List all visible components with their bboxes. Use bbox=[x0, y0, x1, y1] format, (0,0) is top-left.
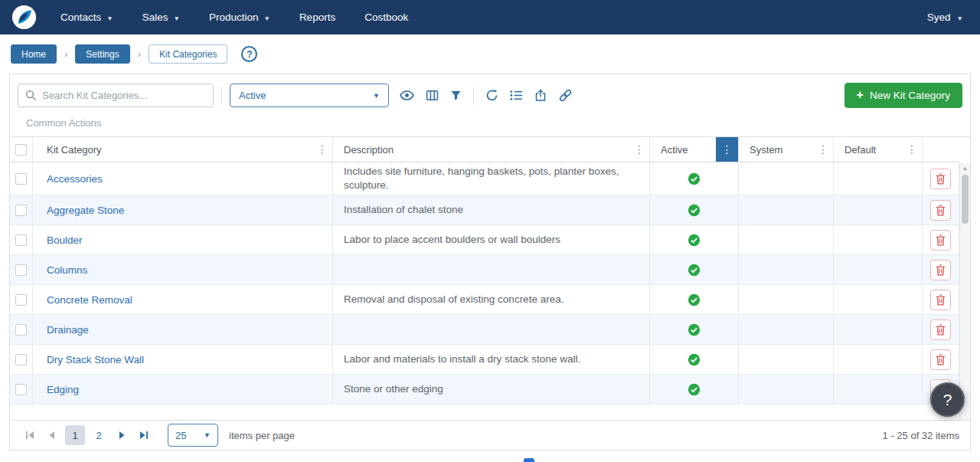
page-2-button[interactable]: 2 bbox=[89, 425, 109, 445]
new-kit-category-label: New Kit Category bbox=[870, 90, 950, 101]
pagination-bar: 1 2 25 ▼ items per page 1 - 25 of 32 ite… bbox=[10, 420, 970, 450]
search-input[interactable] bbox=[42, 90, 206, 101]
nav-item-label: Production bbox=[209, 11, 259, 23]
delete-button[interactable] bbox=[930, 290, 951, 310]
cell-actions bbox=[923, 162, 959, 195]
cell-system bbox=[739, 345, 834, 374]
cell-description: Removal and disposal of existing concret… bbox=[333, 285, 650, 314]
top-navigation: Contacts ▼ Sales ▼ Production ▼ Reports … bbox=[0, 0, 980, 34]
scrollbar-thumb[interactable] bbox=[962, 175, 969, 224]
breadcrumb-settings-button[interactable]: Settings bbox=[75, 44, 129, 64]
nav-item-sales[interactable]: Sales ▼ bbox=[142, 11, 180, 23]
row-checkbox[interactable] bbox=[15, 173, 27, 185]
app-logo[interactable] bbox=[12, 5, 36, 29]
kit-category-link[interactable]: Dry Stack Stone Wall bbox=[47, 354, 144, 365]
kit-category-link[interactable]: Aggregate Stone bbox=[47, 205, 124, 216]
vertical-scrollbar[interactable]: ▲ bbox=[959, 163, 970, 420]
column-menu-icon[interactable]: ⋮ bbox=[902, 137, 922, 162]
cell-system bbox=[739, 285, 834, 314]
table-row: Boulder Labor to place accent boulders o… bbox=[10, 225, 959, 255]
delete-button[interactable] bbox=[930, 319, 951, 340]
kit-category-link[interactable]: Concrete Removal bbox=[47, 294, 132, 306]
cell-checkbox bbox=[10, 285, 33, 314]
active-check-icon bbox=[688, 172, 701, 185]
kit-categories-panel: Active ▼ bbox=[9, 74, 971, 451]
export-icon[interactable] bbox=[534, 88, 547, 103]
toolbar-icons bbox=[400, 87, 573, 105]
column-menu-icon[interactable]: ⋮ bbox=[629, 137, 649, 162]
cell-kit-category: Dry Stack Stone Wall bbox=[33, 345, 333, 374]
cell-actions bbox=[923, 195, 959, 224]
plus-icon: + bbox=[857, 88, 864, 102]
breadcrumb-current-button[interactable]: Kit Categories bbox=[149, 44, 227, 64]
nav-item-production[interactable]: Production ▼ bbox=[209, 11, 270, 23]
delete-button[interactable] bbox=[930, 349, 951, 370]
row-checkbox[interactable] bbox=[15, 234, 27, 246]
cell-default bbox=[834, 315, 923, 344]
cell-checkbox bbox=[10, 225, 33, 254]
active-check-icon bbox=[688, 383, 701, 396]
delete-button[interactable] bbox=[930, 169, 951, 189]
cell-kit-category: Drainage bbox=[33, 315, 333, 344]
breadcrumb-home-button[interactable]: Home bbox=[11, 44, 57, 64]
next-page-button[interactable] bbox=[113, 426, 131, 444]
kit-category-link[interactable]: Columns bbox=[47, 264, 87, 276]
new-kit-category-button[interactable]: + New Kit Category bbox=[844, 83, 962, 108]
help-fab[interactable]: ? bbox=[930, 382, 965, 417]
column-menu-icon[interactable]: ⋮ bbox=[813, 137, 833, 162]
active-check-icon bbox=[688, 353, 701, 366]
row-checkbox[interactable] bbox=[15, 354, 27, 365]
column-menu-icon[interactable]: ⋮ bbox=[312, 137, 332, 162]
chevron-down-icon: ▼ bbox=[373, 92, 380, 100]
row-checkbox[interactable] bbox=[15, 384, 27, 395]
cell-description: Includes site furniture, hanging baskets… bbox=[333, 162, 650, 195]
cell-description bbox=[333, 315, 650, 344]
row-checkbox[interactable] bbox=[15, 324, 27, 336]
nav-item-costbook[interactable]: Costbook bbox=[364, 11, 408, 23]
grid-toolbar: Active ▼ bbox=[10, 74, 970, 113]
nav-item-contacts[interactable]: Contacts ▼ bbox=[60, 11, 113, 23]
trash-icon bbox=[936, 234, 946, 246]
link-icon[interactable] bbox=[558, 88, 573, 103]
row-description: Stone or other edging bbox=[344, 382, 443, 396]
row-description: Labor to place accent boulders or wall b… bbox=[344, 233, 560, 247]
refresh-icon[interactable] bbox=[485, 88, 498, 103]
delete-button[interactable] bbox=[930, 230, 951, 251]
cell-default bbox=[834, 345, 923, 374]
row-checkbox[interactable] bbox=[15, 264, 27, 276]
page-size-dropdown[interactable]: 25 ▼ bbox=[168, 424, 218, 447]
user-menu[interactable]: Syed ▼ bbox=[927, 11, 968, 23]
scroll-up-icon[interactable]: ▲ bbox=[962, 165, 968, 171]
delete-button[interactable] bbox=[930, 260, 951, 280]
header-cell-kit-category: Kit Category ⋮ bbox=[33, 137, 333, 162]
cell-actions bbox=[923, 315, 959, 344]
prev-page-button[interactable] bbox=[43, 426, 61, 444]
trash-icon bbox=[936, 294, 946, 306]
select-all-checkbox[interactable] bbox=[15, 144, 27, 156]
kit-category-link[interactable]: Edging bbox=[47, 384, 79, 395]
row-checkbox[interactable] bbox=[15, 294, 27, 306]
eye-icon[interactable] bbox=[400, 88, 414, 103]
kit-category-link[interactable]: Boulder bbox=[47, 234, 83, 246]
cell-default bbox=[834, 285, 923, 314]
nav-item-reports[interactable]: Reports bbox=[299, 11, 335, 23]
cell-actions bbox=[923, 255, 959, 284]
status-filter-dropdown[interactable]: Active ▼ bbox=[230, 84, 389, 107]
delete-button[interactable] bbox=[930, 200, 951, 221]
page-1-button[interactable]: 1 bbox=[65, 425, 85, 445]
trash-icon bbox=[936, 324, 946, 336]
list-icon[interactable] bbox=[510, 88, 523, 103]
kit-category-link[interactable]: Accessories bbox=[47, 173, 103, 185]
first-page-button[interactable] bbox=[21, 426, 39, 444]
columns-icon[interactable] bbox=[426, 88, 439, 103]
user-name: Syed bbox=[927, 11, 951, 23]
breadcrumb-help-icon[interactable]: ? bbox=[241, 46, 257, 62]
last-page-button[interactable] bbox=[135, 426, 153, 444]
chevron-down-icon: ▼ bbox=[106, 15, 113, 22]
cell-system bbox=[739, 375, 834, 404]
row-checkbox[interactable] bbox=[15, 205, 27, 216]
active-check-icon bbox=[688, 293, 701, 306]
column-menu-icon-active[interactable]: ⋮ bbox=[716, 137, 738, 162]
filter-icon[interactable] bbox=[450, 88, 462, 103]
kit-category-link[interactable]: Drainage bbox=[47, 324, 89, 336]
